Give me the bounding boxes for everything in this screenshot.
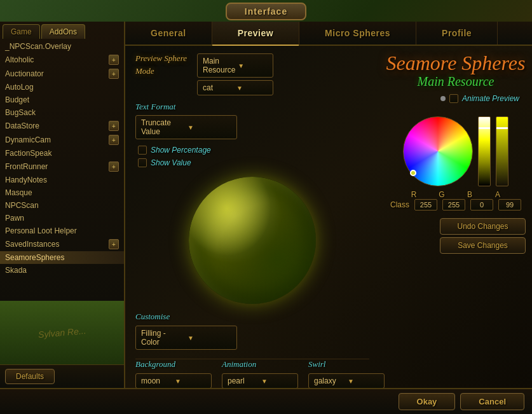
addon-item[interactable]: NPCScan: [0, 199, 124, 212]
addon-item-label: Personal Loot Helper: [5, 226, 77, 235]
filling-color-dropdown[interactable]: Filling - Color ▼: [135, 326, 237, 350]
addon-item[interactable]: BugSack: [0, 106, 124, 119]
swirl-dropdown[interactable]: galaxy ▼: [308, 373, 385, 388]
title-bar: Interface: [0, 0, 532, 22]
a-input[interactable]: [498, 199, 521, 210]
expand-button[interactable]: +: [109, 162, 119, 172]
class-text: Class: [390, 200, 409, 209]
alpha-bar[interactable]: [496, 116, 508, 186]
right-section: Seamore Spheres Main Resource Animate Pr…: [379, 46, 532, 388]
swirl-group: Swirl galaxy ▼: [308, 359, 385, 388]
addon-item-label: NPCScan: [5, 201, 39, 210]
expand-button[interactable]: +: [109, 55, 119, 65]
rgba-labels: R G B A: [392, 190, 519, 199]
addon-item[interactable]: Personal Loot Helper: [0, 224, 124, 237]
nav-tab-general[interactable]: General: [125, 22, 212, 45]
sphere-dropdown[interactable]: Main Resource ▼: [197, 53, 273, 78]
show-value-row[interactable]: Show Value: [138, 158, 369, 167]
addon-item[interactable]: DynamicCam+: [0, 133, 124, 147]
okay-button[interactable]: Okay: [399, 393, 456, 410]
game-tab[interactable]: Game: [3, 24, 40, 39]
animate-checkbox[interactable]: [449, 94, 458, 103]
addon-item[interactable]: FrontRunner+: [0, 160, 124, 174]
g-label: G: [430, 190, 453, 199]
title-badge: Interface: [226, 3, 306, 20]
show-percentage-label: Show Percentage: [151, 146, 211, 155]
addon-item-label: Auctionator: [5, 69, 44, 78]
addon-item[interactable]: AutoLog: [0, 81, 124, 93]
g-input[interactable]: [442, 199, 465, 210]
brightness-bar[interactable]: [478, 116, 491, 186]
customise-label: Customise: [135, 312, 369, 322]
brightness-indicator: [479, 127, 490, 129]
sphere-dropdown-arrow: ▼: [238, 62, 268, 69]
nav-tab-preview[interactable]: Preview: [212, 22, 299, 45]
addon-item-label: _NPCScan.Overlay: [5, 42, 71, 51]
background-dropdown[interactable]: moon ▼: [135, 373, 212, 388]
sphere-inner: [189, 177, 316, 304]
b-input[interactable]: [470, 199, 493, 210]
expand-button[interactable]: +: [109, 135, 119, 145]
mode-label: Mode: [135, 66, 187, 76]
addon-item-label: AutoLog: [5, 83, 34, 92]
forest-bg: Sylvan Re...: [0, 301, 124, 364]
alpha-indicator: [496, 127, 508, 129]
sphere-wrap: [135, 170, 369, 310]
show-value-checkbox[interactable]: [138, 158, 147, 167]
sidebar: Game AddOns _NPCScan.OverlayAltoholic+Au…: [0, 22, 125, 388]
nav-tab-profile[interactable]: Profile: [416, 22, 498, 45]
addon-item[interactable]: Auctionator+: [0, 67, 124, 81]
addon-item[interactable]: FactionSpeak: [0, 147, 124, 160]
addon-item[interactable]: Skada: [0, 264, 124, 277]
addon-item-label: Skada: [5, 266, 27, 275]
addon-item-label: HandyNotes: [5, 176, 47, 184]
addon-item[interactable]: Masque: [0, 186, 124, 199]
show-percentage-checkbox[interactable]: [138, 146, 147, 155]
undo-button[interactable]: Undo Changes: [440, 218, 526, 235]
defaults-button[interactable]: Defaults: [5, 369, 55, 384]
addon-item[interactable]: DataStore+: [0, 119, 124, 133]
addon-item-label: Budget: [5, 95, 29, 104]
seamore-title: Seamore Spheres: [386, 52, 526, 74]
addon-item[interactable]: HandyNotes: [0, 174, 124, 186]
addon-item-label: Pawn: [5, 214, 24, 223]
show-percentage-row[interactable]: Show Percentage: [138, 146, 369, 155]
animation-dropdown[interactable]: pearl ▼: [222, 373, 298, 388]
addon-item[interactable]: Pawn: [0, 212, 124, 224]
expand-button[interactable]: +: [109, 69, 119, 79]
nav-tabs: GeneralPreviewMicro SpheresProfile: [125, 22, 532, 46]
color-wheel-dot[interactable]: [410, 170, 416, 176]
preview-sphere-label: Preview Sphere: [135, 53, 187, 64]
defaults-bar: Defaults: [0, 364, 124, 388]
addon-item[interactable]: SavedInstances+: [0, 237, 124, 251]
addon-item[interactable]: Budget: [0, 93, 124, 106]
swirl-label: Swirl: [308, 359, 385, 369]
r-input[interactable]: [414, 199, 437, 210]
swirl-dropdown-arrow: ▼: [348, 378, 379, 385]
panel-content: Preview Sphere Mode Main Resource ▼ cat …: [125, 46, 532, 388]
expand-button[interactable]: +: [109, 121, 119, 131]
addon-item[interactable]: SeamoreSpheres: [0, 251, 124, 264]
background-dropdown-arrow: ▼: [175, 378, 206, 385]
cancel-button[interactable]: Cancel: [460, 393, 524, 410]
expand-button[interactable]: +: [109, 239, 119, 249]
addon-item-label: SavedInstances: [5, 240, 59, 249]
show-value-label: Show Value: [151, 158, 191, 167]
mode-dropdown[interactable]: cat ▼: [197, 80, 273, 95]
addon-item-label: DynamicCam: [5, 135, 51, 144]
animation-label: Animation: [222, 359, 298, 369]
animation-dropdown-arrow: ▼: [261, 378, 292, 385]
text-format-dropdown[interactable]: Truncate Value ▼: [135, 115, 237, 139]
addon-item-label: Masque: [5, 188, 32, 197]
addon-item[interactable]: _NPCScan.Overlay: [0, 40, 124, 53]
color-wheel[interactable]: [403, 116, 473, 186]
addon-item[interactable]: Altoholic+: [0, 53, 124, 67]
save-button[interactable]: Save Changes: [440, 237, 526, 254]
mode-dropdown-arrow: ▼: [236, 85, 268, 92]
nav-tab-micro-spheres[interactable]: Micro Spheres: [299, 22, 416, 45]
addons-tab[interactable]: AddOns: [41, 24, 85, 39]
main-panel: GeneralPreviewMicro SpheresProfile Previ…: [125, 22, 532, 388]
addon-item-label: FrontRunner: [5, 162, 48, 171]
left-section: Preview Sphere Mode Main Resource ▼ cat …: [125, 46, 379, 388]
b-label: B: [458, 190, 481, 199]
